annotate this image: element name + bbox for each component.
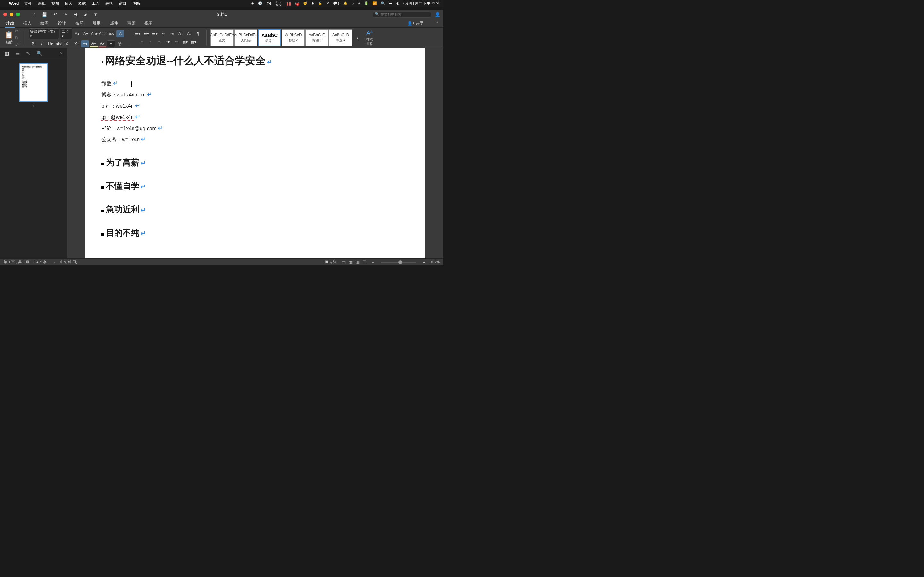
phonetic-guide-icon[interactable]: abc <box>108 30 115 37</box>
show-marks-icon[interactable]: ¶ <box>194 30 202 37</box>
underline-button[interactable]: U▾ <box>47 40 54 47</box>
multilevel-list-icon[interactable]: ☱▾ <box>151 30 158 37</box>
strikethrough-button[interactable]: abc <box>55 40 63 47</box>
maximize-button[interactable] <box>16 13 20 16</box>
outline-view-icon[interactable]: ☰ <box>363 259 367 264</box>
read-mode-view-icon[interactable]: ▦ <box>349 259 352 264</box>
globe-badge-icon[interactable]: ⊘6 <box>266 1 271 5</box>
increase-font-icon[interactable]: A▴ <box>73 30 81 37</box>
cat-icon[interactable]: 🐱 <box>303 1 307 5</box>
style-item-无间隔[interactable]: AaBbCcDdEe无间隔 <box>234 29 257 46</box>
menu-table[interactable]: 表格 <box>105 1 113 6</box>
italic-button[interactable]: I <box>38 40 45 47</box>
tab-design[interactable]: 设计 <box>57 19 67 27</box>
thumbnails-tab-icon[interactable]: ▥ <box>5 51 9 56</box>
style-item-标题 2[interactable]: AaBbCcD标题 2 <box>282 29 305 46</box>
page-info[interactable]: 第 1 页，共 1 页 <box>4 259 29 264</box>
highlight-icon[interactable]: A▾ <box>90 40 97 47</box>
search-input[interactable] <box>373 11 431 18</box>
tab-layout[interactable]: 布局 <box>74 19 84 27</box>
decrease-font-icon[interactable]: A▾ <box>82 30 89 37</box>
x-icon[interactable]: ✕ <box>326 1 329 5</box>
clock[interactable]: 6月8日 周二 下午 11:28 <box>403 1 440 6</box>
char-border-icon[interactable]: A <box>116 30 124 37</box>
format-painter-icon[interactable]: 🖌 <box>84 11 89 17</box>
tab-view[interactable]: 视图 <box>144 19 153 27</box>
control-center-icon[interactable]: ☰ <box>389 1 393 5</box>
minimize-button[interactable] <box>10 13 13 16</box>
print-layout-view-icon[interactable]: ▤ <box>342 259 346 264</box>
battery-icon[interactable]: 🔋 <box>364 1 368 5</box>
style-item-标题 4[interactable]: AaBbCcD标题 4 <box>329 29 352 46</box>
toggl-icon[interactable]: 🕓 <box>258 1 262 5</box>
style-item-正文[interactable]: AaBbCcDdEe正文 <box>210 29 234 46</box>
cpu-meter-icon[interactable]: 11%CPU <box>275 1 282 6</box>
justify-icon[interactable]: ≡▾ <box>164 39 172 45</box>
superscript-button[interactable]: X² <box>73 40 80 47</box>
decrease-indent-icon[interactable]: ⇤ <box>160 30 167 37</box>
menu-edit[interactable]: 编辑 <box>38 1 45 6</box>
tab-insert[interactable]: 插入 <box>23 19 32 27</box>
focus-mode-button[interactable]: ▣ 专注 <box>325 259 336 264</box>
clear-format-icon[interactable]: A⌫ <box>99 30 107 37</box>
close-button[interactable] <box>3 13 7 16</box>
app-name[interactable]: Word <box>9 1 19 6</box>
char-shading-icon[interactable]: A <box>107 40 115 47</box>
font-size-select[interactable]: 二号 ▾ <box>60 28 72 39</box>
align-right-icon[interactable]: ≡ <box>155 39 163 45</box>
menu-help[interactable]: 帮助 <box>132 1 140 6</box>
menu-file[interactable]: 文件 <box>24 1 32 6</box>
cut-icon[interactable]: ✂ <box>15 29 19 33</box>
numbering-icon[interactable]: ☷▾ <box>142 30 150 37</box>
share-button[interactable]: 👤+ 共享 <box>407 21 423 26</box>
tab-home[interactable]: 开始 <box>5 19 15 27</box>
menu-window[interactable]: 窗口 <box>119 1 126 6</box>
tab-review[interactable]: 审阅 <box>126 19 136 27</box>
language-indicator[interactable]: 中文 (中国) <box>60 259 78 264</box>
play-icon[interactable]: ▷ <box>352 1 354 5</box>
style-item-标题 3[interactable]: AaBbCcD标题 3 <box>305 29 328 46</box>
undo-icon[interactable]: ↶ <box>53 11 57 17</box>
input-method-icon[interactable]: A <box>358 2 360 5</box>
notification-badge-icon[interactable]: ◯1 <box>295 1 299 5</box>
format-painter-small-icon[interactable]: 🖌 <box>15 42 19 47</box>
zoom-percent[interactable]: 187% <box>431 260 439 264</box>
record-icon[interactable]: ◉ <box>251 1 254 5</box>
bold-button[interactable]: B <box>29 40 37 47</box>
align-center-icon[interactable]: ≡ <box>147 39 154 45</box>
font-color-icon[interactable]: A▾ <box>99 40 106 47</box>
style-pane-button[interactable]: Aᴬ 样式 窗格 <box>367 29 373 46</box>
word-count[interactable]: 54 个字 <box>34 259 46 264</box>
align-left-icon[interactable]: ≡ <box>138 39 145 45</box>
bullets-icon[interactable]: ☰▾ <box>134 30 141 37</box>
tab-references[interactable]: 引用 <box>92 19 102 27</box>
menu-format[interactable]: 格式 <box>78 1 86 6</box>
menu-view[interactable]: 视图 <box>51 1 59 6</box>
shading-icon[interactable]: ▦▾ <box>181 39 189 45</box>
collaboration-icon[interactable]: 👤 <box>435 12 440 17</box>
change-case-icon[interactable]: Aa▾ <box>90 30 98 37</box>
style-item-标题 1[interactable]: AaBbC标题 1 <box>258 29 281 46</box>
tab-draw[interactable]: 绘图 <box>40 19 49 27</box>
borders-icon[interactable]: ▦▾ <box>190 39 198 45</box>
spotlight-icon[interactable]: 🔍 <box>381 1 385 5</box>
edit-tab-icon[interactable]: ✎ <box>26 51 30 56</box>
line-spacing-icon[interactable]: ↕≡ <box>173 39 180 45</box>
zoom-in-button[interactable]: + <box>423 260 425 264</box>
home-icon[interactable]: ⌂ <box>33 11 36 17</box>
bell-icon[interactable]: 🔔 <box>343 1 348 5</box>
increase-indent-icon[interactable]: ⇥ <box>168 30 176 37</box>
search-tab-icon[interactable]: 🔍 <box>37 51 43 56</box>
zoom-slider[interactable] <box>381 261 416 263</box>
siri-icon[interactable]: ◐ <box>396 1 399 5</box>
tab-mailings[interactable]: 邮件 <box>109 19 119 27</box>
styles-more-icon[interactable]: ▸ <box>354 34 362 41</box>
[interactable]: ▪ 网络安全劝退--什么人不适合学安全 ↵ 微醺↵ 博客：we1x4n.com↵… <box>67 48 443 258</box>
menu-tools[interactable]: 工具 <box>92 1 99 6</box>
wechat-icon[interactable]: 💬 2 <box>333 1 339 5</box>
subscript-button[interactable]: X₂ <box>64 40 71 47</box>
paste-button[interactable]: 📋 粘贴 <box>5 31 13 45</box>
headphones-icon[interactable]: ⊖ <box>311 1 314 5</box>
print-icon[interactable]: 🖨 <box>73 11 78 17</box>
spellcheck-icon[interactable]: ▭ <box>52 260 55 264</box>
